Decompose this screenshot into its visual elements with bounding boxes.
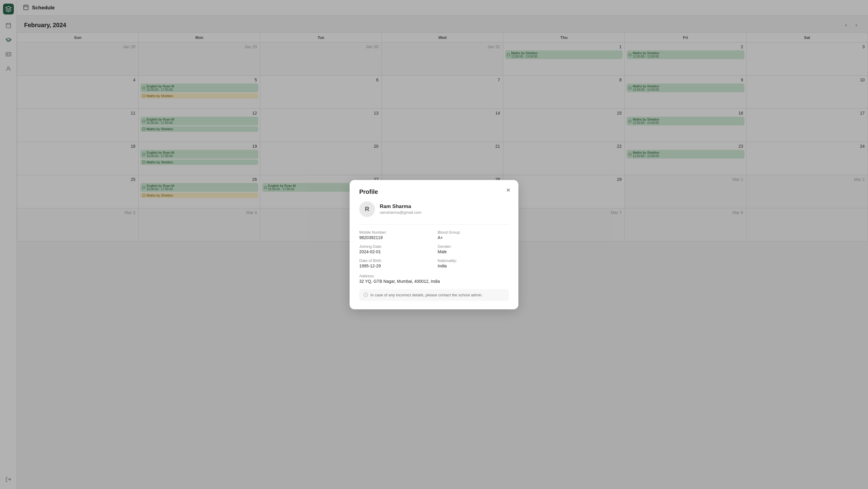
profile-name: Ram Sharma <box>380 204 421 210</box>
blood-value: A+ <box>438 235 509 240</box>
address-label: Address: <box>359 274 509 278</box>
gender-value: Male <box>438 249 509 254</box>
address-value: 32 YQ, GTB Nagar, Mumbai, 400012, India <box>359 279 509 284</box>
joining-label: Joining Date: <box>359 244 430 249</box>
profile-notice: ⓘ In case of any incorrect details, plea… <box>359 289 509 301</box>
address-field: Address: 32 YQ, GTB Nagar, Mumbai, 40001… <box>359 274 509 284</box>
avatar: R <box>359 202 375 217</box>
notice-text: In case of any incorrect details, please… <box>370 293 483 297</box>
gender-field: Gender: Male <box>438 244 509 254</box>
mobile-value: 9820392119 <box>359 235 430 240</box>
dob-value: 1995-12-29 <box>359 264 430 268</box>
dob-field: Date of Birth: 1995-12-29 <box>359 258 430 268</box>
mobile-label: Mobile Number: <box>359 230 430 235</box>
mobile-field: Mobile Number: 9820392119 <box>359 230 430 240</box>
joining-value: 2024-02-01 <box>359 249 430 254</box>
nationality-value: India <box>438 264 509 268</box>
nationality-field: Nationality: India <box>438 258 509 268</box>
info-icon: ⓘ <box>364 292 368 298</box>
dob-label: Date of Birth: <box>359 258 430 263</box>
profile-fields: Mobile Number: 9820392119 Blood Group: A… <box>359 230 509 268</box>
blood-field: Blood Group: A+ <box>438 230 509 240</box>
profile-info: Ram Sharma ramsharma@gmail.com <box>380 204 421 215</box>
profile-modal: ✕ Profile R Ram Sharma ramsharma@gmail.c… <box>350 180 518 309</box>
modal-close-button[interactable]: ✕ <box>504 186 513 194</box>
profile-header: R Ram Sharma ramsharma@gmail.com <box>359 202 509 217</box>
joining-field: Joining Date: 2024-02-01 <box>359 244 430 254</box>
nationality-label: Nationality: <box>438 258 509 263</box>
blood-label: Blood Group: <box>438 230 509 235</box>
modal-title: Profile <box>359 188 509 195</box>
profile-email: ramsharma@gmail.com <box>380 210 421 215</box>
gender-label: Gender: <box>438 244 509 249</box>
modal-overlay[interactable]: ✕ Profile R Ram Sharma ramsharma@gmail.c… <box>0 0 868 489</box>
